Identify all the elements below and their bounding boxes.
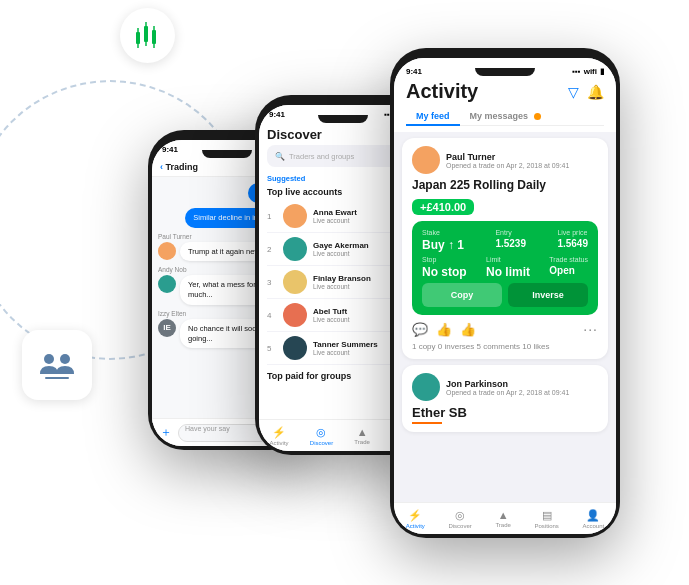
feed-actions: 💬 👍 👍 ··· <box>412 321 598 337</box>
left-phone-notch <box>202 150 252 158</box>
svg-rect-0 <box>136 32 140 44</box>
bell-icon[interactable]: 🔔 <box>587 84 604 100</box>
like-icon[interactable]: 👍 <box>460 322 476 337</box>
right-discover-icon: ◎ <box>455 509 465 522</box>
right-trade-label: Trade <box>495 522 510 528</box>
trade-stop-val: No stop <box>422 265 467 279</box>
user-info-3: Finlay Branson Live account <box>313 274 392 290</box>
trade-nav-icon: ▲ <box>357 426 368 438</box>
discover-nav-label: Discover <box>310 440 333 446</box>
feed-stats: 1 copy 0 inverses 5 comments 10 likes <box>412 342 598 351</box>
right-time: 9:41 <box>406 67 422 76</box>
candlestick-icon <box>130 18 166 54</box>
right-phone-notch <box>475 68 535 76</box>
right-positions-label: Positions <box>535 523 559 529</box>
trade-nav-label: Trade <box>354 439 369 445</box>
trade-live-col: Live price 1.5649 <box>557 229 588 252</box>
right-nav-discover[interactable]: ◎ Discover <box>448 509 471 529</box>
feed-avatar-1 <box>412 146 440 174</box>
trade-buttons: Copy Inverse <box>422 283 588 307</box>
activity-screen: 9:41 ▪▪▪ wifi ▮ Activity ▽ 🔔 <box>394 58 616 534</box>
activity-tabs: My feed My messages <box>406 107 604 126</box>
activity-nav-icon: ⚡ <box>272 426 286 439</box>
scene: 9:41 ▪▪▪ wifi ▮ ‹ Trading Sudden... <box>0 0 689 585</box>
feed-user-info-2: Jon Parkinson Opened a trade on Apr 2, 2… <box>446 379 569 396</box>
feed-trade-title-2: Ether SB <box>412 405 598 420</box>
trade-limit-val: No limit <box>486 265 530 279</box>
feed-user-sub-2: Opened a trade on Apr 2, 2018 at 09:41 <box>446 389 569 396</box>
avatar-2 <box>283 237 307 261</box>
copy-button[interactable]: Copy <box>422 283 502 307</box>
svg-rect-3 <box>144 26 148 42</box>
right-signal-icon: ▪▪▪ <box>572 67 581 76</box>
trade-entry-val: 1.5239 <box>495 238 526 249</box>
messages-dot <box>534 113 541 120</box>
activity-nav-label: Activity <box>270 440 289 446</box>
tab-my-messages[interactable]: My messages <box>460 107 551 125</box>
left-time: 9:41 <box>162 145 178 154</box>
right-nav-trade[interactable]: ▲ Trade <box>495 509 510 528</box>
user-info-4: Abel Tuft Live account <box>313 307 392 323</box>
more-icon[interactable]: ··· <box>583 321 598 337</box>
trade-status-val: Open <box>549 265 588 276</box>
right-nav-activity[interactable]: ⚡ Activity <box>406 509 425 529</box>
feed-trade-title-1: Japan 225 Rolling Daily <box>412 178 598 192</box>
chat-title: Trading <box>166 162 199 172</box>
trade-box-header: Stake Buy ↑ 1 Entry 1.5239 Live price 1.… <box>422 229 588 252</box>
feed-user-sub-1: Opened a trade on Apr 2, 2018 at 09:41 <box>446 162 569 169</box>
thumbs-icon[interactable]: 👍 <box>436 322 452 337</box>
svg-rect-6 <box>152 30 156 44</box>
feed-user-info-1: Paul Turner Opened a trade on Apr 2, 201… <box>446 152 569 169</box>
right-phone-screen: 9:41 ▪▪▪ wifi ▮ Activity ▽ 🔔 <box>394 58 616 534</box>
trade-box: Stake Buy ↑ 1 Entry 1.5239 Live price 1.… <box>412 221 598 315</box>
tab-my-feed[interactable]: My feed <box>406 107 460 125</box>
feed-user-row-2: Jon Parkinson Opened a trade on Apr 2, 2… <box>412 373 598 401</box>
right-wifi-icon: wifi <box>584 67 597 76</box>
right-phone: 9:41 ▪▪▪ wifi ▮ Activity ▽ 🔔 <box>390 48 620 538</box>
avatar-5 <box>283 336 307 360</box>
comment-icon[interactable]: 💬 <box>412 322 428 337</box>
filter-icon[interactable]: ▽ <box>568 84 579 100</box>
right-nav-positions[interactable]: ▤ Positions <box>535 509 559 529</box>
right-activity-icon: ⚡ <box>408 509 422 522</box>
trade-stake-col: Stake Buy ↑ 1 <box>422 229 464 252</box>
mid-nav-activity[interactable]: ⚡ Activity <box>270 426 289 446</box>
mid-time: 9:41 <box>269 110 285 119</box>
header-icons: ▽ 🔔 <box>568 84 604 100</box>
right-activity-label: Activity <box>406 523 425 529</box>
trade-limit-col: Limit No limit <box>486 256 530 279</box>
right-account-label: Account <box>582 523 604 529</box>
feed-card-1: Paul Turner Opened a trade on Apr 2, 201… <box>402 138 608 359</box>
avatar-1 <box>283 204 307 228</box>
right-trade-icon: ▲ <box>498 509 509 521</box>
svg-point-10 <box>60 354 70 364</box>
user-info-5: Tanner Summers Live account <box>313 340 392 356</box>
right-account-icon: 👤 <box>586 509 600 522</box>
right-discover-label: Discover <box>448 523 471 529</box>
right-nav-account[interactable]: 👤 Account <box>582 509 604 529</box>
avatar-3 <box>283 270 307 294</box>
mid-nav-discover[interactable]: ◎ Discover <box>310 426 333 446</box>
mid-phone-notch <box>318 115 368 123</box>
people-icon <box>36 344 78 386</box>
trade-entry-col: Entry 1.5239 <box>495 229 526 252</box>
right-battery-icon: ▮ <box>600 67 604 76</box>
chart-icon-bubble <box>120 8 175 63</box>
right-bottom-nav: ⚡ Activity ◎ Discover ▲ Trade ▤ Position… <box>394 502 616 534</box>
user-info-1: Anna Ewart Live account <box>313 208 392 224</box>
people-icon-bubble <box>22 330 92 400</box>
feed-card-2: Jon Parkinson Opened a trade on Apr 2, 2… <box>402 365 608 432</box>
feed-avatar-2 <box>412 373 440 401</box>
activity-title-row: Activity ▽ 🔔 <box>406 80 604 103</box>
user-info-2: Gaye Akerman Live account <box>313 241 392 257</box>
feed-user-row-1: Paul Turner Opened a trade on Apr 2, 201… <box>412 146 598 174</box>
trade-live-val: 1.5649 <box>557 238 588 249</box>
feed-user-name-1: Paul Turner <box>446 152 569 162</box>
search-icon: 🔍 <box>275 152 285 161</box>
trade-row-2: Stop No stop Limit No limit Trade status… <box>422 256 588 279</box>
trade-status-col: Trade status Open <box>549 256 588 279</box>
inverse-button[interactable]: Inverse <box>508 283 588 307</box>
trade-stop-col: Stop No stop <box>422 256 467 279</box>
svg-rect-11 <box>45 377 69 379</box>
mid-nav-trade[interactable]: ▲ Trade <box>354 426 369 445</box>
